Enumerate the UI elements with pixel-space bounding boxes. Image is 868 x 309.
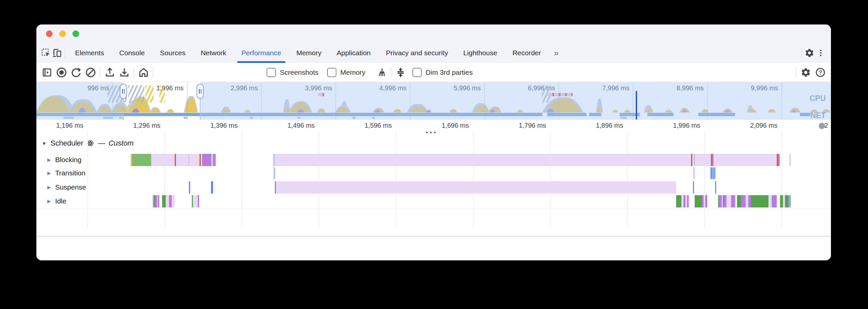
selection-handle-left[interactable] <box>120 84 127 99</box>
flame-bar[interactable] <box>202 154 211 166</box>
collapse-triangle-icon[interactable]: ▼ <box>42 141 46 146</box>
main-menu-kebab-icon[interactable] <box>815 49 826 57</box>
flame-bar[interactable] <box>132 154 151 166</box>
tab-memory[interactable]: Memory <box>289 43 329 63</box>
tab-application[interactable]: Application <box>329 43 378 63</box>
flame-bar[interactable] <box>694 167 695 179</box>
flame-bar[interactable] <box>190 181 191 193</box>
flame-chart-area[interactable]: ▼ Scheduler — Custom ▶Blocking▶Transitio… <box>36 132 831 236</box>
collect-garbage-icon[interactable] <box>374 65 389 80</box>
settings-gear-icon[interactable] <box>804 48 815 58</box>
selection-handle-right[interactable] <box>196 84 204 99</box>
record-and-reload-icon[interactable] <box>69 65 83 80</box>
flame-bar[interactable] <box>726 195 731 208</box>
more-tabs-button[interactable]: » <box>549 43 564 63</box>
toolbar-divider-1 <box>100 67 100 78</box>
flame-bar[interactable] <box>737 195 741 208</box>
inspect-element-icon[interactable] <box>40 43 52 63</box>
flame-bar[interactable] <box>211 181 213 193</box>
dim-3rd-parties-checkbox[interactable] <box>412 68 422 77</box>
flame-bar[interactable] <box>274 167 275 179</box>
shrink-timeline-icon[interactable] <box>393 65 408 80</box>
flame-bar[interactable] <box>166 195 169 208</box>
flame-bar[interactable] <box>198 195 199 208</box>
flame-bar[interactable] <box>751 195 769 208</box>
toolbar-divider-4 <box>391 67 391 78</box>
flame-bar[interactable] <box>162 195 166 208</box>
help-icon[interactable]: ? <box>813 65 828 80</box>
flame-bar[interactable] <box>276 181 676 193</box>
flame-bar[interactable] <box>695 195 702 208</box>
flame-bar[interactable] <box>159 195 160 208</box>
cpu-mound-yellow <box>167 109 174 113</box>
flame-bar[interactable] <box>213 154 216 166</box>
tab-lighthouse[interactable]: Lighthouse <box>456 43 505 63</box>
toggle-sidebar-icon[interactable] <box>40 65 54 80</box>
track-row-idle[interactable]: ▶Idle <box>47 197 66 205</box>
expand-triangle-icon[interactable]: ▶ <box>47 157 51 162</box>
tab-privacy-and-security[interactable]: Privacy and security <box>378 43 456 63</box>
flame-bar[interactable] <box>748 195 751 208</box>
flame-gridline <box>473 132 474 227</box>
tab-sources[interactable]: Sources <box>153 43 193 63</box>
flame-bar[interactable] <box>731 195 735 208</box>
track-title: Scheduler <box>51 139 83 148</box>
flame-bar[interactable] <box>189 154 199 166</box>
flame-bar[interactable] <box>789 195 790 208</box>
expand-triangle-icon[interactable]: ▶ <box>47 185 51 190</box>
flame-bar[interactable] <box>695 154 711 166</box>
record-icon[interactable] <box>54 65 69 80</box>
flame-bar[interactable] <box>789 154 790 166</box>
download-profile-icon[interactable] <box>117 65 132 80</box>
flame-bar[interactable] <box>275 154 691 166</box>
flame-bar[interactable] <box>769 195 772 208</box>
flame-bar[interactable] <box>778 154 780 166</box>
expand-triangle-icon[interactable]: ▶ <box>47 171 51 176</box>
flame-bar[interactable] <box>741 195 746 208</box>
flame-bar[interactable] <box>780 195 783 208</box>
flame-bar[interactable] <box>735 195 736 208</box>
flame-bar[interactable] <box>676 195 681 208</box>
track-row-transition[interactable]: ▶Transition <box>47 169 85 177</box>
flame-bar[interactable] <box>785 195 788 208</box>
flame-bar[interactable] <box>172 195 175 208</box>
flame-bar[interactable] <box>705 195 707 208</box>
flame-bar[interactable] <box>169 195 172 208</box>
flame-bar[interactable] <box>714 154 777 166</box>
flame-bar[interactable] <box>693 181 694 193</box>
traffic-light-zoom[interactable] <box>72 30 79 37</box>
tab-console[interactable]: Console <box>112 43 153 63</box>
expand-triangle-icon[interactable]: ▶ <box>47 198 51 204</box>
flame-bar[interactable] <box>193 195 198 208</box>
playhead-marker[interactable] <box>636 91 637 119</box>
track-row-suspense[interactable]: ▶Suspense <box>47 183 86 191</box>
flame-bar[interactable] <box>715 181 716 193</box>
timeline-overview[interactable]: CPU NET 996 ms1,996 ms2,996 ms3,996 ms4,… <box>36 82 831 120</box>
tab-network[interactable]: Network <box>193 43 234 63</box>
flame-bar[interactable] <box>788 195 789 208</box>
screenshots-checkbox[interactable] <box>267 68 276 77</box>
home-icon[interactable] <box>136 65 151 80</box>
devtools-window: ElementsConsoleSourcesNetworkPerformance… <box>36 25 831 260</box>
timeline-ruler[interactable]: 1,196 ms1,296 ms1,396 ms1,496 ms1,596 ms… <box>36 120 831 132</box>
upload-profile-icon[interactable] <box>102 65 117 80</box>
flame-bar[interactable] <box>151 154 175 166</box>
flame-bar[interactable] <box>724 195 726 208</box>
tab-elements[interactable]: Elements <box>67 43 112 63</box>
flame-bar[interactable] <box>746 195 748 208</box>
device-toolbar-icon[interactable] <box>52 43 63 63</box>
flame-bar[interactable] <box>176 154 189 166</box>
clear-icon[interactable] <box>83 65 98 80</box>
track-row-blocking[interactable]: ▶Blocking <box>47 156 82 164</box>
flame-bar[interactable] <box>719 195 722 208</box>
tab-performance[interactable]: Performance <box>234 43 289 63</box>
memory-checkbox[interactable] <box>327 68 336 77</box>
flame-bar[interactable] <box>712 167 715 179</box>
traffic-light-minimize[interactable] <box>59 30 66 37</box>
traffic-light-close[interactable] <box>46 30 53 37</box>
flame-bar[interactable] <box>772 195 777 208</box>
flame-bar[interactable] <box>687 195 689 208</box>
panel-resize-handle[interactable] <box>426 132 436 133</box>
capture-settings-gear-icon[interactable] <box>799 65 813 80</box>
tab-recorder[interactable]: Recorder <box>505 43 549 63</box>
